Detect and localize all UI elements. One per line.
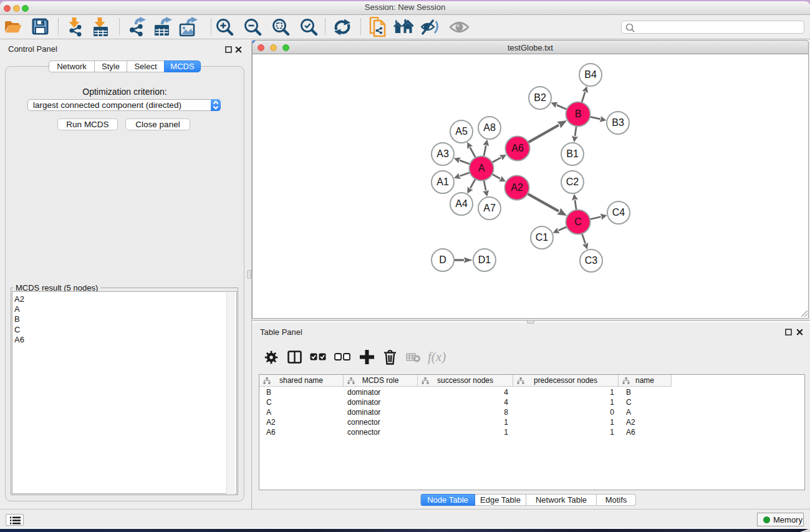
svg-text:C2: C2 bbox=[566, 177, 579, 187]
svg-text:D1: D1 bbox=[478, 254, 491, 265]
svg-text:A2: A2 bbox=[511, 182, 523, 193]
svg-text:B1: B1 bbox=[566, 148, 579, 159]
svg-text:A8: A8 bbox=[483, 122, 496, 133]
svg-text:A1: A1 bbox=[436, 177, 449, 187]
svg-text:B2: B2 bbox=[534, 92, 546, 103]
svg-text:A6: A6 bbox=[511, 143, 524, 153]
svg-text:A: A bbox=[478, 163, 485, 173]
svg-text:A5: A5 bbox=[455, 126, 468, 137]
svg-text:C3: C3 bbox=[585, 255, 598, 266]
svg-text:C1: C1 bbox=[536, 232, 549, 243]
svg-text:C4: C4 bbox=[612, 207, 625, 218]
svg-text:C: C bbox=[574, 216, 582, 227]
svg-text:B: B bbox=[575, 109, 582, 119]
svg-text:A3: A3 bbox=[436, 148, 449, 159]
svg-text:A7: A7 bbox=[483, 203, 496, 213]
svg-text:D: D bbox=[439, 254, 446, 265]
svg-text:B4: B4 bbox=[584, 69, 597, 80]
svg-text:A4: A4 bbox=[455, 198, 468, 209]
svg-text:B3: B3 bbox=[612, 117, 624, 128]
